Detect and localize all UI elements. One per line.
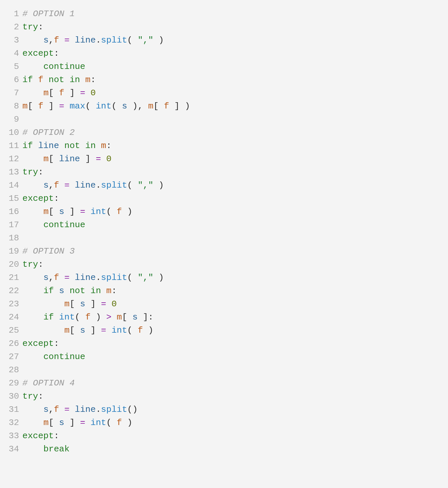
token: line	[59, 154, 80, 164]
line-number: 11	[6, 139, 19, 152]
token: split	[101, 35, 127, 45]
token: ,	[49, 405, 54, 414]
token	[33, 75, 38, 85]
token	[22, 444, 43, 454]
code-block: 1# OPTION 12try:3 s,f = line.split( "," …	[0, 0, 448, 463]
token	[96, 141, 101, 151]
token	[106, 299, 111, 309]
token: m	[148, 101, 154, 111]
line-number: 28	[6, 363, 19, 377]
token: )	[143, 325, 154, 335]
line-content: try:	[22, 258, 43, 271]
line-number: 24	[6, 311, 19, 324]
line-number: 16	[6, 205, 19, 218]
line-number: 19	[6, 245, 19, 258]
token: =	[101, 299, 106, 309]
token: f	[54, 35, 59, 45]
token	[85, 88, 91, 98]
token: =	[64, 180, 70, 190]
token: [	[49, 418, 59, 428]
token: line	[75, 405, 96, 414]
token: f	[38, 75, 43, 85]
token	[33, 141, 38, 151]
code-line: 17 continue	[6, 218, 442, 231]
token: int	[91, 418, 106, 428]
token: int	[59, 312, 75, 322]
token: =	[80, 88, 85, 98]
token: [	[49, 88, 59, 98]
token: (	[127, 35, 138, 45]
line-content: try:	[22, 166, 43, 179]
token: f	[117, 418, 122, 428]
line-number: 6	[6, 73, 19, 86]
code-line: 25 m[ s ] = int( f )	[6, 324, 442, 337]
line-content: continue	[22, 60, 85, 73]
token: )	[91, 312, 106, 322]
token	[59, 141, 64, 151]
token: max	[70, 101, 85, 111]
token	[101, 286, 106, 296]
token: s	[132, 312, 138, 322]
token: 0	[106, 154, 112, 164]
token: m	[64, 325, 70, 335]
token: not in	[49, 75, 80, 85]
token: ,	[49, 273, 54, 283]
line-number: 9	[6, 113, 19, 126]
token	[22, 88, 43, 98]
token: f	[38, 101, 43, 111]
line-content: m[ s ] = 0	[22, 297, 117, 311]
token	[70, 273, 75, 283]
token	[59, 180, 64, 190]
token	[70, 180, 75, 190]
token	[106, 325, 111, 335]
token: s	[59, 418, 64, 428]
line-number: 29	[6, 377, 19, 390]
token: =	[64, 273, 70, 283]
line-content: except:	[22, 47, 59, 60]
code-line: 3 s,f = line.split( "," )	[6, 34, 442, 47]
code-line: 26except:	[6, 337, 442, 350]
token: ]	[64, 418, 80, 428]
token: 0	[91, 88, 96, 98]
token: f	[59, 88, 64, 98]
token: int	[96, 101, 112, 111]
token: ] )	[169, 101, 190, 111]
line-number: 26	[6, 337, 19, 350]
code-line: 33except:	[6, 429, 442, 442]
line-content: m[ s ] = int( f )	[22, 416, 132, 429]
token	[22, 62, 43, 72]
token: ]:	[138, 312, 154, 322]
line-number: 23	[6, 297, 19, 311]
token: int	[91, 207, 106, 217]
line-content: # OPTION 2	[22, 126, 75, 139]
line-number: 27	[6, 350, 19, 363]
token: :	[106, 141, 111, 151]
code-line: 30try:	[6, 390, 442, 403]
line-content: s,f = line.split( "," )	[22, 179, 164, 192]
token: line	[75, 180, 96, 190]
token	[22, 418, 43, 428]
token: except	[22, 194, 54, 203]
token: m	[117, 312, 122, 322]
token: ),	[127, 101, 148, 111]
token	[80, 75, 85, 85]
code-line: 6if f not in m:	[6, 73, 442, 86]
line-content: if line not in m:	[22, 139, 111, 152]
token: =	[64, 405, 70, 414]
code-line: 2try:	[6, 20, 442, 34]
code-line: 28	[6, 363, 442, 377]
line-content: s,f = line.split()	[22, 403, 138, 416]
line-content: # OPTION 1	[22, 7, 75, 20]
code-line: 5 continue	[6, 60, 442, 73]
line-content: if int( f ) > m[ s ]:	[22, 311, 154, 324]
token: ","	[138, 273, 154, 283]
code-line: 1# OPTION 1	[6, 7, 442, 20]
token: s	[122, 101, 127, 111]
token: =	[80, 418, 85, 428]
code-line: 29# OPTION 4	[6, 377, 442, 390]
token: f	[54, 273, 59, 283]
token: .	[96, 273, 101, 283]
token: m	[106, 286, 111, 296]
token: ]	[80, 154, 96, 164]
line-number: 14	[6, 179, 19, 192]
